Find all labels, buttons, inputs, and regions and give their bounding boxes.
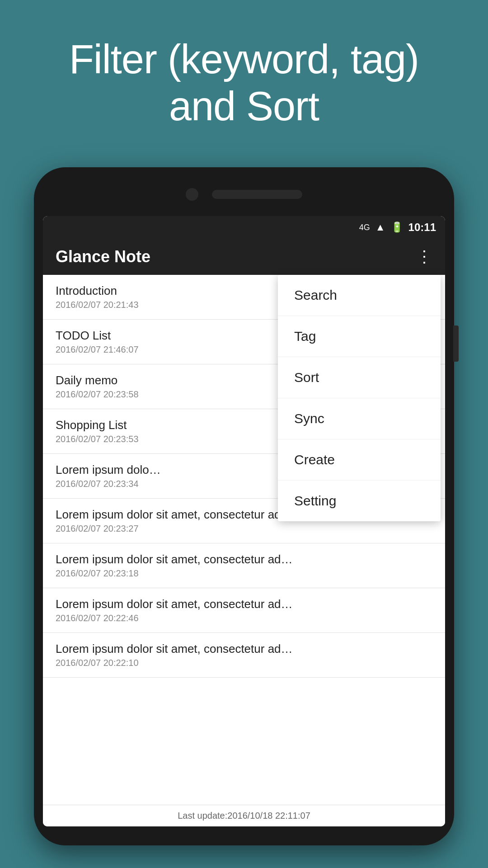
note-item-7[interactable]: Lorem ipsum dolor sit amet, consectetur … — [43, 588, 445, 633]
phone-frame: 4G ▲ 🔋 10:11 Glance Note ⋮ Introduction … — [34, 167, 454, 845]
last-update-text: Last update:2016/10/18 22:11:07 — [178, 811, 310, 821]
app-bar: Glance Note ⋮ — [43, 239, 445, 275]
menu-item-search[interactable]: Search — [278, 275, 441, 316]
status-bar: 4G ▲ 🔋 10:11 — [43, 216, 445, 239]
note-title-6: Lorem ipsum dolor sit amet, consectetur … — [56, 552, 432, 566]
note-date-5: 2016/02/07 20:23:27 — [56, 524, 432, 534]
menu-item-create[interactable]: Create — [278, 439, 441, 481]
network-signal: 4G — [359, 223, 370, 232]
note-item-6[interactable]: Lorem ipsum dolor sit amet, consectetur … — [43, 543, 445, 588]
menu-item-tag[interactable]: Tag — [278, 316, 441, 357]
note-date-7: 2016/02/07 20:22:46 — [56, 613, 432, 623]
note-item-8[interactable]: Lorem ipsum dolor sit amet, consectetur … — [43, 633, 445, 678]
phone-side-button — [453, 326, 459, 362]
menu-item-sort[interactable]: Sort — [278, 357, 441, 398]
app-title: Glance Note — [56, 247, 150, 266]
camera-icon — [186, 188, 198, 201]
battery-icon: 🔋 — [391, 222, 403, 233]
note-date-8: 2016/02/07 20:22:10 — [56, 658, 432, 668]
status-time: 10:11 — [408, 221, 436, 234]
menu-item-setting[interactable]: Setting — [278, 481, 441, 521]
page-header: Filter (keyword, tag) and Sort — [0, 36, 488, 130]
page-title: Filter (keyword, tag) and Sort — [18, 36, 470, 130]
phone-top-bar — [43, 176, 445, 212]
dropdown-menu: Search Tag Sort Sync Create Setting — [278, 275, 441, 521]
speaker-bar — [212, 190, 302, 199]
page-background: Filter (keyword, tag) and Sort 4G ▲ 🔋 10… — [0, 0, 488, 868]
signal-icon: ▲ — [375, 222, 385, 233]
app-footer: Last update:2016/10/18 22:11:07 — [43, 805, 445, 826]
note-title-7: Lorem ipsum dolor sit amet, consectetur … — [56, 597, 432, 611]
overflow-menu-button[interactable]: ⋮ — [416, 247, 432, 266]
note-title-8: Lorem ipsum dolor sit amet, consectetur … — [56, 642, 432, 656]
menu-item-sync[interactable]: Sync — [278, 398, 441, 439]
phone-screen: 4G ▲ 🔋 10:11 Glance Note ⋮ Introduction … — [43, 216, 445, 826]
note-date-6: 2016/02/07 20:23:18 — [56, 568, 432, 579]
